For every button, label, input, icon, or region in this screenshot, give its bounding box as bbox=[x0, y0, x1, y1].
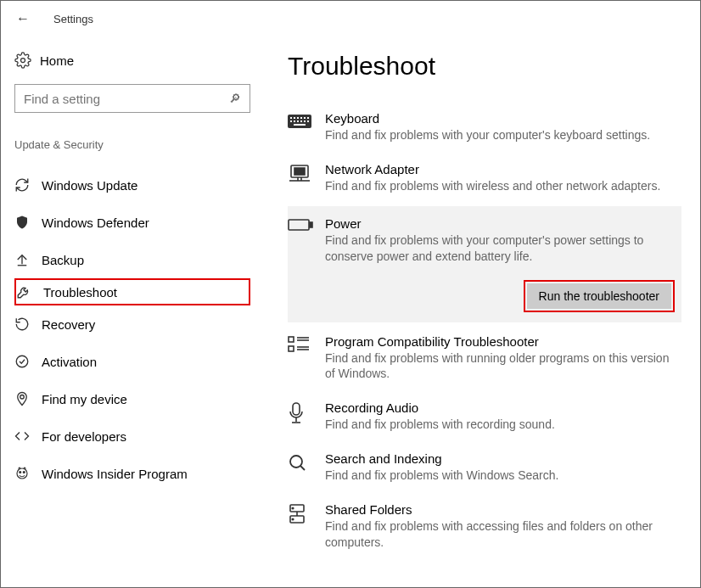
svg-rect-25 bbox=[289, 346, 294, 351]
sidebar-item-label: Windows Insider Program bbox=[42, 467, 188, 481]
troubleshoot-item-desc: Find and fix problems with your computer… bbox=[325, 127, 681, 143]
sidebar-item-label: For developers bbox=[42, 429, 126, 444]
svg-rect-13 bbox=[290, 120, 292, 122]
sidebar-item-windows-defender[interactable]: Windows Defender bbox=[14, 204, 250, 241]
troubleshoot-item-desc: Find and fix problems with your computer… bbox=[325, 232, 681, 265]
svg-rect-22 bbox=[289, 220, 309, 230]
sidebar-item-windows-update[interactable]: Windows Update bbox=[14, 166, 250, 204]
sync-icon bbox=[14, 177, 42, 193]
microphone-icon bbox=[288, 400, 325, 433]
svg-rect-24 bbox=[289, 337, 294, 342]
keyboard-icon bbox=[288, 111, 325, 143]
sidebar-item-windows-insider[interactable]: Windows Insider Program bbox=[14, 455, 250, 492]
svg-point-38 bbox=[292, 507, 294, 509]
window-title: Settings bbox=[53, 13, 93, 25]
search-box[interactable]: 🔍︎ bbox=[14, 84, 250, 113]
titlebar: ← Settings bbox=[1, 1, 700, 36]
wrench-icon bbox=[16, 284, 43, 300]
svg-rect-7 bbox=[290, 117, 292, 119]
insider-icon bbox=[14, 466, 42, 481]
svg-rect-10 bbox=[300, 117, 302, 119]
run-troubleshooter-button[interactable]: Run the troubleshooter bbox=[527, 283, 671, 309]
search-icon: 🔍︎ bbox=[229, 92, 241, 105]
troubleshoot-item-keyboard[interactable]: Keyboard Find and fix problems with your… bbox=[288, 104, 681, 155]
svg-rect-8 bbox=[294, 117, 295, 119]
svg-point-39 bbox=[292, 518, 294, 520]
network-adapter-icon bbox=[288, 162, 325, 194]
sidebar-item-find-my-device[interactable]: Find my device bbox=[14, 380, 250, 417]
developers-icon bbox=[14, 428, 42, 444]
backup-icon bbox=[14, 252, 42, 267]
home-label: Home bbox=[40, 53, 74, 68]
troubleshoot-item-title: Search and Indexing bbox=[325, 451, 681, 466]
troubleshoot-item-desc: Find and fix problems with running older… bbox=[325, 350, 681, 383]
troubleshoot-item-network-adapter[interactable]: Network Adapter Find and fix problems wi… bbox=[288, 155, 681, 206]
svg-rect-12 bbox=[307, 117, 309, 119]
troubleshoot-item-title: Keyboard bbox=[325, 111, 681, 126]
sidebar-item-label: Windows Defender bbox=[42, 216, 149, 230]
svg-rect-21 bbox=[294, 168, 305, 175]
svg-line-34 bbox=[300, 466, 305, 470]
sidebar-item-label: Activation bbox=[42, 355, 97, 369]
program-list-icon bbox=[288, 334, 325, 383]
sidebar-item-label: Find my device bbox=[42, 392, 127, 406]
svg-point-5 bbox=[23, 472, 25, 473]
troubleshoot-item-program-compatibility[interactable]: Program Compatibility Troubleshooter Fin… bbox=[288, 328, 681, 395]
troubleshoot-item-recording-audio[interactable]: Recording Audio Find and fix problems wi… bbox=[288, 394, 681, 445]
troubleshoot-item-desc: Find and fix problems with accessing fil… bbox=[325, 518, 681, 551]
svg-rect-15 bbox=[297, 120, 299, 122]
home-link[interactable]: Home bbox=[14, 52, 250, 69]
troubleshoot-item-title: Program Compatibility Troubleshooter bbox=[325, 334, 681, 349]
recovery-icon bbox=[14, 316, 42, 332]
sidebar-item-backup[interactable]: Backup bbox=[14, 241, 250, 278]
sidebar-section-title: Update & Security bbox=[14, 138, 250, 151]
sidebar-item-recovery[interactable]: Recovery bbox=[14, 305, 250, 343]
svg-point-4 bbox=[20, 472, 21, 473]
svg-rect-11 bbox=[304, 117, 306, 119]
sidebar-item-label: Recovery bbox=[42, 317, 95, 332]
sidebar-item-for-developers[interactable]: For developers bbox=[14, 417, 250, 455]
main-content: Troubleshoot Keyboard Find and fix probl… bbox=[264, 36, 700, 587]
sidebar-item-label: Backup bbox=[42, 253, 84, 267]
troubleshoot-item-title: Power bbox=[325, 216, 681, 231]
troubleshoot-item-search-indexing[interactable]: Search and Indexing Find and fix problem… bbox=[288, 445, 681, 496]
shared-folders-icon bbox=[288, 502, 325, 551]
troubleshoot-item-title: Recording Audio bbox=[325, 400, 681, 415]
shield-icon bbox=[14, 215, 42, 230]
activation-icon bbox=[14, 354, 42, 369]
svg-point-2 bbox=[20, 395, 25, 400]
troubleshoot-item-desc: Find and fix problems with Windows Searc… bbox=[325, 468, 681, 484]
search-input[interactable] bbox=[24, 92, 229, 106]
location-icon bbox=[14, 391, 42, 406]
sidebar-item-troubleshoot[interactable]: Troubleshoot bbox=[14, 278, 250, 305]
svg-rect-23 bbox=[310, 222, 312, 227]
troubleshoot-item-desc: Find and fix problems with recording sou… bbox=[325, 417, 681, 433]
page-title: Troubleshoot bbox=[288, 52, 681, 81]
troubleshoot-item-desc: Find and fix problems with wireless and … bbox=[325, 178, 681, 194]
troubleshoot-item-title: Shared Folders bbox=[325, 502, 681, 517]
back-arrow-icon[interactable]: ← bbox=[16, 11, 30, 26]
troubleshoot-item-power[interactable]: Power Find and fix problems with your co… bbox=[288, 206, 681, 322]
svg-rect-18 bbox=[307, 120, 309, 122]
sidebar-item-label: Troubleshoot bbox=[43, 285, 117, 300]
svg-rect-14 bbox=[294, 120, 295, 122]
svg-rect-19 bbox=[294, 124, 306, 126]
sidebar: Home 🔍︎ Update & Security Windows Update… bbox=[1, 36, 264, 587]
svg-point-0 bbox=[21, 59, 25, 63]
svg-rect-30 bbox=[293, 403, 300, 415]
svg-point-33 bbox=[290, 456, 302, 468]
sidebar-item-activation[interactable]: Activation bbox=[14, 343, 250, 380]
sidebar-item-label: Windows Update bbox=[42, 178, 137, 193]
svg-rect-16 bbox=[300, 120, 302, 122]
svg-point-1 bbox=[16, 356, 28, 367]
troubleshoot-item-shared-folders[interactable]: Shared Folders Find and fix problems wit… bbox=[288, 496, 681, 563]
svg-rect-17 bbox=[304, 120, 306, 122]
troubleshoot-item-title: Network Adapter bbox=[325, 162, 681, 176]
gear-icon bbox=[14, 52, 40, 69]
svg-rect-9 bbox=[297, 117, 299, 119]
battery-icon bbox=[288, 216, 325, 309]
search-icon bbox=[288, 451, 325, 484]
